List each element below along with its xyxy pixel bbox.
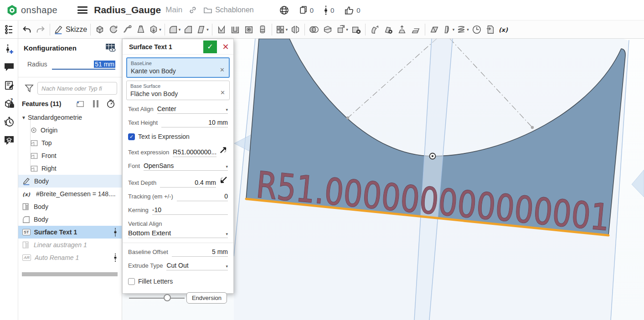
folder-name[interactable]: Schablonen: [215, 6, 254, 14]
vertical-align-dropdown[interactable]: Bottom Extent ▾: [128, 229, 228, 238]
tree-item-fillet-body[interactable]: Body: [18, 213, 122, 226]
configuration-table-icon[interactable]: [105, 43, 116, 52]
learning-center-icon[interactable]: [0, 132, 18, 148]
undo-button[interactable]: [20, 22, 34, 37]
extrude-button[interactable]: [93, 22, 107, 37]
tree-item-auto-rename[interactable]: AR Auto Rename 1: [18, 251, 122, 264]
flip-direction-icon[interactable]: [219, 145, 228, 154]
copies-counter[interactable]: 0: [299, 5, 314, 15]
boolean-button[interactable]: [307, 22, 321, 37]
document-title[interactable]: Radius_Gauge: [94, 5, 161, 15]
font-dropdown[interactable]: OpenSans ▾: [144, 162, 228, 171]
version-marker-icon[interactable]: [113, 228, 117, 237]
tree-item-linear-austragen[interactable]: Linear austragen 1: [18, 239, 122, 251]
fillet-letters-row[interactable]: Fillet Letters: [123, 278, 233, 285]
baseline-offset-input[interactable]: 5 mm: [172, 248, 228, 257]
enclose-button[interactable]: ▾: [441, 22, 456, 37]
tree-item-standardgeometrie[interactable]: ▼ Standardgeometrie: [18, 111, 122, 124]
extract-face-button[interactable]: [395, 22, 409, 37]
tree-item-extrude-body[interactable]: Body: [18, 200, 122, 213]
delete-face-button[interactable]: [381, 22, 395, 37]
mirror-button[interactable]: [289, 22, 302, 37]
tree-item-top-plane[interactable]: Top: [18, 137, 122, 149]
likes-counter[interactable]: 0: [344, 5, 360, 15]
thicken-button[interactable]: ▾: [148, 22, 162, 37]
link-icon[interactable]: [189, 6, 197, 14]
chevron-down-icon[interactable]: ▼: [21, 115, 28, 120]
pattern-caret-icon[interactable]: ▾: [286, 27, 288, 32]
helix-caret-icon[interactable]: ▾: [467, 27, 469, 32]
helix-button[interactable]: ▾: [455, 22, 470, 37]
draft-button[interactable]: ▾: [195, 22, 210, 37]
fillet-caret-icon[interactable]: ▾: [179, 27, 181, 32]
text-is-expression-row[interactable]: ✓ Text is Expression: [123, 133, 233, 140]
flip-depth-direction-icon[interactable]: [219, 176, 228, 185]
draft-caret-icon[interactable]: ▾: [206, 27, 209, 32]
thicken-caret-icon[interactable]: ▾: [159, 27, 161, 32]
text-expression-input[interactable]: R51.0000000...: [173, 148, 216, 157]
extrude-type-dropdown[interactable]: Cut Out ▾: [166, 262, 228, 270]
base-surface-selection-box[interactable]: Base Surface Fläche von Body ✕: [126, 81, 230, 100]
linear-pattern-button[interactable]: [256, 22, 269, 37]
tree-item-front-plane[interactable]: Front: [18, 149, 122, 162]
text-is-expression-checkbox[interactable]: ✓: [128, 133, 135, 140]
public-globe-icon[interactable]: [279, 5, 289, 15]
history-icon[interactable]: [0, 114, 18, 130]
rib-button[interactable]: [215, 22, 228, 37]
edit-notes-icon[interactable]: [0, 77, 18, 93]
sweep-button[interactable]: [120, 22, 134, 37]
tree-item-origin[interactable]: Origin: [18, 124, 122, 137]
filter-input[interactable]: Nach Name oder Typ fi: [37, 82, 117, 95]
baseline-selection-box[interactable]: BaseLine Kante von Body ✕: [126, 57, 230, 78]
onshape-logo[interactable]: onshape: [6, 5, 57, 16]
tree-item-variable[interactable]: (x) #Breite_Gemessen = 148....: [18, 188, 122, 200]
sketch-button[interactable]: Skizze: [52, 22, 88, 37]
tree-item-surface-text-1[interactable]: ST Surface Text 1: [18, 226, 122, 239]
pattern-button[interactable]: ▾: [274, 22, 289, 37]
delete-part-button[interactable]: [349, 22, 363, 37]
plane-button[interactable]: [428, 22, 441, 37]
loft-button[interactable]: [134, 22, 148, 37]
redo-button[interactable]: [34, 22, 47, 37]
move-face-button[interactable]: [368, 22, 381, 37]
folder-icon[interactable]: Schablonen: [203, 6, 254, 14]
clear-base-surface-icon[interactable]: ✕: [220, 89, 225, 96]
document-menu-icon[interactable]: [77, 6, 88, 14]
fillet-letters-checkbox[interactable]: [128, 278, 135, 285]
suppress-pause-icon[interactable]: [93, 100, 99, 108]
replace-face-button[interactable]: [409, 22, 422, 37]
revolve-button[interactable]: [107, 22, 120, 37]
filter-icon[interactable]: [25, 84, 34, 92]
kerning-input[interactable]: -10: [152, 206, 228, 215]
workspace-name[interactable]: Main: [165, 5, 182, 15]
final-slider[interactable]: [129, 298, 185, 299]
permissions-cube-icon[interactable]: ?: [0, 96, 18, 112]
versions-counter[interactable]: 0: [324, 5, 334, 15]
radius-input[interactable]: 51 mm: [52, 61, 115, 70]
feature-list-icon[interactable]: [0, 20, 18, 39]
enclose-caret-icon[interactable]: ▾: [453, 27, 455, 32]
chamfer-button[interactable]: [181, 22, 195, 37]
variable-button[interactable]: (x): [497, 22, 511, 37]
endversion-button[interactable]: Endversion: [186, 292, 227, 304]
cancel-button[interactable]: ✕: [220, 41, 232, 53]
tree-item-right-plane[interactable]: Right: [18, 162, 122, 175]
measure-clock-button[interactable]: [470, 22, 484, 37]
rollback-bar[interactable]: [22, 272, 118, 276]
import-button[interactable]: [484, 22, 497, 37]
transform-button[interactable]: ▾: [335, 22, 349, 37]
arc-vertex-marker[interactable]: [430, 153, 436, 159]
split-button[interactable]: [321, 22, 335, 37]
tracking-input[interactable]: 0: [177, 193, 228, 201]
version-marker-icon[interactable]: [113, 253, 117, 262]
fillet-button[interactable]: ▾: [167, 22, 182, 37]
text-align-dropdown[interactable]: Center ▾: [157, 105, 228, 114]
hole-button[interactable]: [242, 22, 256, 37]
create-version-icon[interactable]: [0, 41, 18, 57]
transform-caret-icon[interactable]: ▾: [346, 27, 348, 32]
final-slider-handle[interactable]: [164, 294, 171, 301]
add-folder-icon[interactable]: [75, 100, 85, 108]
clear-baseline-icon[interactable]: ✕: [220, 66, 225, 73]
comments-icon[interactable]: [0, 59, 18, 75]
text-depth-input[interactable]: 0.4 mm: [160, 179, 216, 188]
